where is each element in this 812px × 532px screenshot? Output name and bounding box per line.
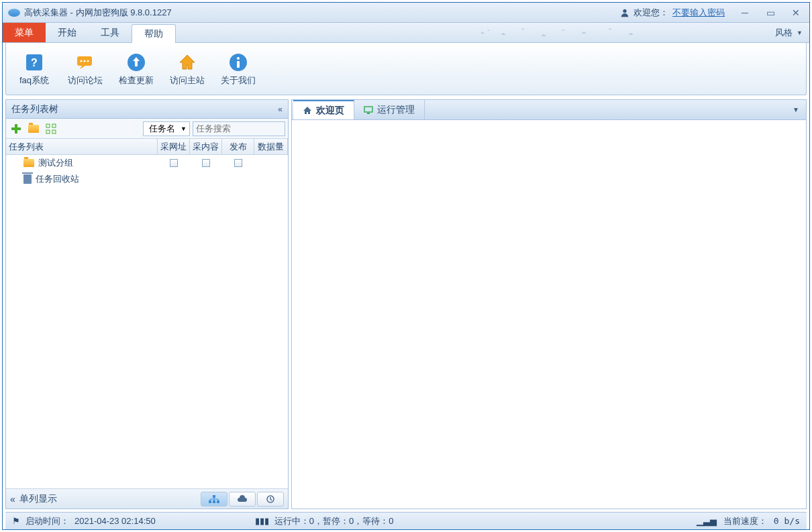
svg-point-6 [87, 60, 89, 62]
left-panel-footer: « 单列显示 [6, 488, 288, 509]
bars-icon: ▮▮▮ [255, 516, 269, 526]
svg-rect-17 [213, 495, 215, 498]
maximize-button[interactable]: ▭ [762, 7, 778, 19]
ribbon-update-label: 检查更新 [119, 74, 154, 87]
svg-rect-16 [52, 130, 56, 134]
ribbon-site-label: 访问主站 [170, 74, 205, 87]
right-panel: 欢迎页 运行管理 ▼ [291, 99, 807, 509]
checkbox[interactable] [234, 159, 242, 167]
ribbon: ? faq系统 访问论坛 检查更新 访问主站 关于我们 [5, 43, 807, 95]
tab-runmgr-label: 运行管理 [377, 104, 415, 116]
folder-button[interactable] [26, 121, 41, 136]
svg-rect-12 [11, 127, 21, 130]
menu-tools[interactable]: 工具 [89, 23, 132, 42]
left-panel-title: 任务列表树 [11, 103, 58, 115]
tab-runmgr[interactable]: 运行管理 [354, 100, 425, 119]
col-task[interactable]: 任务列表 [6, 139, 158, 154]
svg-point-4 [81, 60, 83, 62]
titlebar: 高铁采集器 - 内网加密狗版 9.8.0.1227 欢迎您： 不要输入密码 ─ … [3, 3, 809, 23]
expand-icon: « [10, 494, 15, 504]
faq-icon: ? [23, 52, 45, 73]
user-icon [620, 8, 629, 17]
ribbon-about-label: 关于我们 [221, 74, 256, 87]
ribbon-about[interactable]: 关于我们 [214, 46, 262, 92]
row-name: 任务回收站 [36, 173, 79, 185]
svg-text:?: ? [31, 57, 38, 68]
signal-icon: ▁▃▅ [697, 516, 717, 526]
forum-icon [74, 52, 96, 73]
svg-rect-20 [217, 500, 219, 503]
start-time-label: 启动时间： [26, 515, 69, 527]
filter-select[interactable]: 任务名 ▼ [143, 121, 190, 136]
home-icon [176, 52, 198, 73]
ribbon-faq[interactable]: ? faq系统 [10, 46, 58, 92]
menu-help[interactable]: 帮助 [132, 24, 176, 43]
svg-point-5 [84, 60, 86, 62]
close-button[interactable]: ✕ [788, 7, 804, 19]
view-cloud-button[interactable] [229, 492, 256, 507]
tabs-dropdown[interactable]: ▼ [786, 100, 806, 119]
col-pub[interactable]: 发布 [222, 139, 254, 154]
update-icon [125, 52, 147, 73]
svg-rect-14 [52, 124, 56, 127]
folder-icon [28, 125, 39, 133]
tab-welcome[interactable]: 欢迎页 [293, 100, 354, 119]
menu-style[interactable]: 风格 ▼ [768, 23, 809, 42]
checkbox[interactable] [202, 159, 210, 167]
col-url[interactable]: 采网址 [158, 139, 190, 154]
monitor-icon [364, 105, 373, 115]
ribbon-forum[interactable]: 访问论坛 [61, 46, 109, 92]
svg-rect-18 [209, 500, 211, 503]
svg-rect-22 [364, 107, 372, 112]
birds-decoration [474, 24, 662, 42]
minimize-button[interactable]: ─ [737, 7, 753, 19]
app-icon [8, 9, 20, 17]
network-icon [208, 494, 220, 504]
home-icon [303, 106, 312, 115]
menu-main[interactable]: 菜单 [3, 23, 46, 42]
svg-rect-19 [213, 500, 215, 503]
expand-all-button[interactable] [44, 121, 58, 136]
tabs-bar: 欢迎页 运行管理 ▼ [292, 100, 806, 120]
chevron-down-icon: ▼ [181, 125, 187, 132]
col-content[interactable]: 采内容 [190, 139, 222, 154]
checkbox[interactable] [170, 159, 178, 167]
welcome-label: 欢迎您： [633, 7, 668, 19]
table-row[interactable]: 测试分组 [6, 155, 288, 171]
menu-start[interactable]: 开始 [46, 23, 89, 42]
svg-point-0 [623, 9, 626, 12]
window-title: 高铁采集器 - 内网加密狗版 9.8.0.1227 [24, 7, 172, 19]
chevron-down-icon: ▼ [797, 30, 803, 36]
tab-welcome-label: 欢迎页 [316, 105, 344, 117]
clock-icon [264, 494, 276, 504]
view-clock-button[interactable] [257, 492, 284, 507]
view-network-button[interactable] [201, 492, 227, 507]
speed-value: 0 b/s [774, 516, 800, 526]
col-data[interactable]: 数据量 [254, 139, 288, 154]
info-icon [227, 52, 249, 73]
speed-label: 当前速度： [723, 515, 767, 527]
running-status: 运行中：0，暂停：0，等待：0 [274, 515, 394, 527]
tab-content [292, 120, 806, 509]
svg-rect-15 [46, 130, 50, 134]
collapse-left-icon[interactable]: « [278, 105, 283, 114]
cloud-icon [236, 494, 248, 504]
row-name: 测试分组 [38, 157, 73, 169]
ribbon-update[interactable]: 检查更新 [112, 46, 160, 92]
statusbar: ⚑ 启动时间： 2021-04-23 02:14:50 ▮▮▮ 运行中：0，暂停… [5, 512, 807, 529]
svg-rect-13 [46, 124, 50, 127]
left-toolbar: 任务名 ▼ 🔍 [6, 119, 288, 139]
menubar: 菜单 开始 工具 帮助 风格 ▼ [3, 23, 809, 43]
svg-point-9 [237, 57, 240, 60]
filter-select-label: 任务名 [149, 123, 175, 135]
user-link[interactable]: 不要输入密码 [672, 7, 725, 19]
svg-rect-10 [237, 61, 240, 68]
ribbon-site[interactable]: 访问主站 [163, 46, 211, 92]
expand-button[interactable]: « 单列显示 [10, 493, 57, 505]
table-row[interactable]: 任务回收站 [6, 171, 288, 187]
svg-rect-23 [367, 113, 370, 114]
search-box: 🔍 [193, 121, 285, 136]
trash-icon [23, 174, 32, 184]
ribbon-forum-label: 访问论坛 [68, 74, 103, 87]
add-button[interactable] [9, 121, 23, 136]
